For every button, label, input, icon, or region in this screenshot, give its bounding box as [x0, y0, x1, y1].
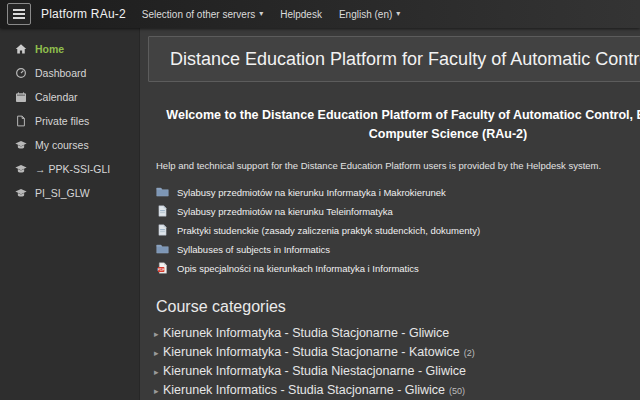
course-category-item[interactable]: ▸Kierunek Informatyka - Studia Stacjonar…	[154, 326, 640, 345]
graduation-cap-icon	[15, 187, 27, 199]
welcome-line-2: Computer Science (RAu-2)	[148, 125, 640, 144]
sidebar-item-pi-si-glw[interactable]: PI_SI_GLW	[0, 181, 139, 205]
course-category-list: ▸Kierunek Informatyka - Studia Stacjonar…	[148, 326, 640, 400]
main-content: Distance Education Platform for Faculty …	[140, 28, 640, 400]
resource-link-label: Opis specjalności na kierunkach Informat…	[177, 263, 419, 274]
course-categories-heading: Course categories	[148, 298, 640, 316]
folder-icon	[156, 186, 169, 198]
welcome-message: Welcome to the Distance Education Platfo…	[148, 106, 640, 145]
sidebar-item-label: → PPK-SSI-GLI	[35, 163, 110, 175]
graduation-cap-icon	[15, 163, 27, 175]
course-count-badge: (2)	[464, 348, 475, 358]
helpdesk-info-text: Help and technical support for the Dista…	[148, 160, 640, 171]
sidebar-item-label: Home	[35, 43, 64, 55]
triangle-right-icon: ▸	[154, 386, 163, 396]
resource-link-label: Praktyki studenckie (zasady zaliczenia p…	[177, 225, 480, 236]
page-layout: HomeDashboardCalendarPrivate filesMy cou…	[0, 28, 640, 400]
calendar-icon	[15, 91, 27, 103]
topbar-menu-item-english-en-[interactable]: English (en)▾	[339, 9, 400, 20]
file-icon	[15, 115, 27, 127]
resource-link[interactable]: Sylabusy przedmiotów na kierunku Informa…	[156, 183, 640, 202]
topbar-menu-item-label: Selection of other servers	[142, 9, 255, 20]
folder-icon	[156, 243, 169, 255]
resource-link-label: Sylabusy przedmiotów na kierunku Informa…	[177, 187, 446, 198]
resource-link-label: Syllabuses of subjects in Informatics	[177, 244, 330, 255]
course-category-link[interactable]: Kierunek Informatics - Studia Stacjonarn…	[163, 383, 445, 397]
course-category-item[interactable]: ▸Kierunek Informatyka - Studia Niestacjo…	[154, 364, 640, 383]
sidebar-item-label: Dashboard	[35, 67, 86, 79]
document-icon	[156, 224, 169, 236]
chevron-down-icon: ▾	[396, 10, 400, 18]
resource-link-label: Sylabusy przedmiotów na kierunku Teleinf…	[177, 206, 393, 217]
sidebar-item-label: Calendar	[35, 91, 78, 103]
sidebar-item-label: My courses	[35, 139, 89, 151]
course-category-link[interactable]: Kierunek Informatyka - Studia Stacjonarn…	[163, 345, 460, 359]
document-icon	[156, 205, 169, 217]
topbar-menu-item-helpdesk[interactable]: Helpdesk	[280, 9, 322, 20]
sidebar-item-calendar[interactable]: Calendar	[0, 85, 139, 109]
chevron-down-icon: ▾	[259, 10, 263, 18]
topbar-menu-item-label: English (en)	[339, 9, 392, 20]
sidebar-item-my-courses[interactable]: My courses	[0, 133, 139, 157]
topbar-menu-item-selection-of-other-servers[interactable]: Selection of other servers▾	[142, 9, 263, 20]
sidebar-nav-list: HomeDashboardCalendarPrivate filesMy cou…	[0, 37, 139, 205]
topbar-menu-item-label: Helpdesk	[280, 9, 322, 20]
pdf-icon: PDF	[156, 262, 169, 274]
triangle-right-icon: ▸	[154, 348, 163, 358]
svg-text:PDF: PDF	[157, 268, 165, 272]
sidebar-item-private-files[interactable]: Private files	[0, 109, 139, 133]
graduation-cap-icon	[15, 139, 27, 151]
nav-drawer: HomeDashboardCalendarPrivate filesMy cou…	[0, 28, 140, 400]
home-icon	[15, 43, 27, 55]
site-brand[interactable]: Platform RAu-2	[41, 7, 126, 21]
dashboard-icon	[15, 67, 27, 79]
page-title: Distance Education Platform for Faculty …	[170, 49, 640, 70]
resource-link-list: Sylabusy przedmiotów na kierunku Informa…	[148, 183, 640, 278]
course-count-badge: (50)	[449, 386, 465, 396]
course-category-item[interactable]: ▸Kierunek Informatyka - Studia Stacjonar…	[154, 345, 640, 364]
welcome-line-1: Welcome to the Distance Education Platfo…	[148, 106, 640, 125]
resource-link[interactable]: Praktyki studenckie (zasady zaliczenia p…	[156, 221, 640, 240]
sidebar-item-label: Private files	[35, 115, 89, 127]
page-header-card: Distance Education Platform for Faculty …	[148, 36, 640, 82]
course-category-link[interactable]: Kierunek Informatyka - Studia Stacjonarn…	[163, 326, 449, 340]
resource-link[interactable]: Sylabusy przedmiotów na kierunku Teleinf…	[156, 202, 640, 221]
hamburger-menu-button[interactable]	[7, 3, 31, 25]
resource-link[interactable]: Syllabuses of subjects in Informatics	[156, 240, 640, 259]
top-navbar: Platform RAu-2 Selection of other server…	[0, 0, 640, 28]
triangle-right-icon: ▸	[154, 329, 163, 339]
course-category-item[interactable]: ▸Kierunek Informatics - Studia Stacjonar…	[154, 383, 640, 400]
triangle-right-icon: ▸	[154, 367, 163, 377]
sidebar-item-dashboard[interactable]: Dashboard	[0, 61, 139, 85]
sidebar-item-label: PI_SI_GLW	[35, 187, 90, 199]
sidebar-item-ppk-ssi-gli[interactable]: → PPK-SSI-GLI	[0, 157, 139, 181]
topbar-menu: Selection of other servers▾HelpdeskEngli…	[142, 9, 400, 20]
sidebar-item-home[interactable]: Home	[0, 37, 139, 61]
resource-link[interactable]: PDFOpis specjalności na kierunkach Infor…	[156, 259, 640, 278]
course-category-link[interactable]: Kierunek Informatyka - Studia Niestacjon…	[163, 364, 466, 378]
